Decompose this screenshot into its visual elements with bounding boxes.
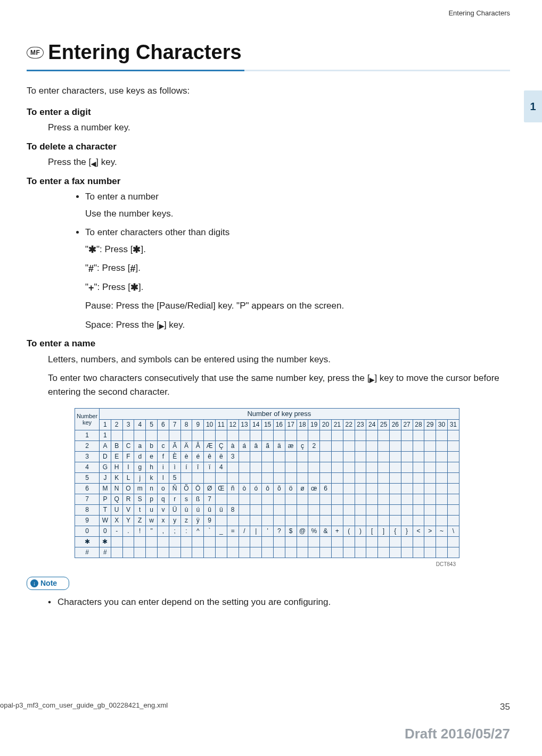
char-cell: [308, 462, 320, 472]
char-cell: â: [250, 441, 262, 451]
col-header: 2: [111, 419, 122, 430]
char-cell: [331, 483, 343, 494]
char-cell: [239, 547, 250, 558]
table-code: DCT843: [75, 560, 456, 568]
fax-plus-line: "+": Press [].: [85, 280, 510, 294]
char-cell: [436, 462, 448, 472]
col-header: 30: [436, 419, 448, 430]
char-cell: q: [157, 494, 169, 504]
fax-other-bullet: To enter characters other than digits: [85, 226, 510, 239]
char-cell: n: [146, 483, 158, 494]
char-cell: [413, 536, 424, 547]
char-cell: [331, 547, 343, 558]
char-cell: [413, 504, 424, 515]
delete-suffix: ] key.: [96, 157, 117, 167]
char-cell: î: [192, 462, 204, 472]
char-cell: [378, 536, 390, 547]
col-header: 14: [250, 419, 262, 430]
char-cell: œ: [308, 483, 320, 494]
char-cell: [262, 504, 274, 515]
char-cell: [389, 536, 401, 547]
char-cell: [424, 504, 436, 515]
enter-digit-head: To enter a digit: [27, 105, 510, 119]
char-cell: È: [169, 451, 180, 462]
char-cell: [320, 462, 332, 472]
char-cell: û: [204, 504, 216, 515]
col-header: 7: [169, 419, 180, 430]
char-cell: [366, 483, 378, 494]
char-cell: [424, 515, 436, 526]
enter-digit-text: Press a number key.: [48, 121, 510, 135]
char-cell: [250, 494, 262, 504]
char-cell: [111, 430, 122, 441]
title-underline: [27, 70, 510, 71]
char-cell: [215, 536, 227, 547]
char-cell: [378, 483, 390, 494]
char-cell: ö: [285, 483, 297, 494]
name-p2-prefix: To enter two characters consecutively th…: [48, 373, 369, 383]
char-cell: d: [134, 451, 146, 462]
char-cell: [262, 494, 274, 504]
space-suffix: ] key.: [164, 320, 185, 330]
char-cell: [366, 430, 378, 441]
star-icon: [88, 244, 96, 255]
col-header: 1: [100, 419, 111, 430]
char-cell: +: [331, 526, 343, 536]
char-cell: [297, 515, 308, 526]
char-cell: Ñ: [169, 483, 180, 494]
char-cell: [: [366, 526, 378, 536]
char-cell: u: [146, 504, 158, 515]
char-cell: [285, 494, 297, 504]
char-cell: :: [180, 526, 192, 536]
char-cell: [401, 547, 413, 558]
char-cell: #: [100, 547, 111, 558]
draft-stamp: Draft 2016/05/27: [405, 724, 510, 744]
char-cell: 0: [100, 526, 111, 536]
char-cell: [436, 483, 448, 494]
char-cell: [343, 494, 355, 504]
char-cell: ê: [204, 451, 216, 462]
char-cell: %: [308, 526, 320, 536]
char-cell: [250, 451, 262, 462]
char-cell: [389, 441, 401, 451]
name-head: To enter a name: [27, 337, 510, 351]
char-cell: H: [111, 462, 122, 472]
char-cell: [413, 451, 424, 462]
char-cell: [355, 536, 366, 547]
char-cell: [320, 472, 332, 483]
char-cell: b: [146, 441, 158, 451]
char-cell: [389, 483, 401, 494]
char-cell: [378, 441, 390, 451]
delete-prefix: Press the [: [48, 157, 91, 167]
char-cell: [320, 451, 332, 462]
col-header: 31: [447, 419, 459, 430]
char-cell: |: [250, 526, 262, 536]
char-cell: [447, 494, 459, 504]
char-cell: Z: [134, 515, 146, 526]
char-cell: ó: [250, 483, 262, 494]
char-cell: [366, 515, 378, 526]
title-row: MF Entering Characters: [27, 37, 510, 68]
char-cell: [204, 547, 216, 558]
char-cell: [273, 462, 285, 472]
down-arrow-icon: ↓: [30, 579, 38, 587]
char-cell: P: [100, 494, 111, 504]
row-key: 3: [75, 451, 100, 462]
char-cell: [285, 547, 297, 558]
char-cell: [180, 547, 192, 558]
char-cell: h: [146, 462, 158, 472]
char-cell: [308, 515, 320, 526]
char-cell: [424, 462, 436, 472]
char-cell: G: [100, 462, 111, 472]
char-cell: [134, 430, 146, 441]
char-cell: [320, 441, 332, 451]
char-cell: ì: [169, 462, 180, 472]
char-cell: [389, 451, 401, 462]
char-cell: [401, 430, 413, 441]
char-cell: [331, 441, 343, 451]
char-cell: [239, 451, 250, 462]
char-cell: [355, 430, 366, 441]
char-cell: z: [180, 515, 192, 526]
char-cell: [320, 504, 332, 515]
char-cell: J: [100, 472, 111, 483]
